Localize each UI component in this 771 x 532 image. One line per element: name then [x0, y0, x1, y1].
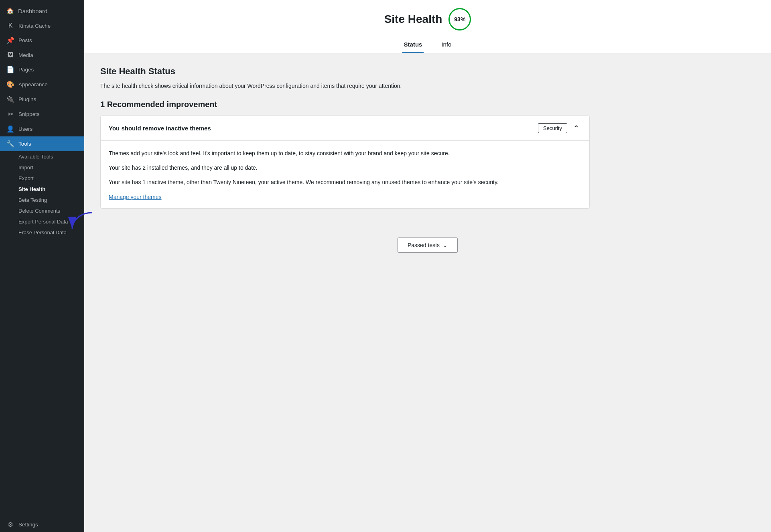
- sidebar-item-label: Appearance: [18, 81, 48, 87]
- page-header: Site Health 93% Status Info: [84, 0, 771, 53]
- security-badge: Security: [538, 123, 567, 133]
- sidebar-item-label: Pages: [18, 67, 34, 73]
- card-title: You should remove inactive themes: [109, 125, 211, 132]
- collapse-button[interactable]: ⌃: [571, 124, 581, 132]
- card-header: You should remove inactive themes Securi…: [101, 116, 589, 141]
- appearance-icon: 🎨: [6, 81, 14, 88]
- submenu-item-erase-personal-data[interactable]: Erase Personal Data: [0, 227, 84, 238]
- passed-tests-button[interactable]: Passed tests ⌄: [398, 238, 458, 253]
- page-title-row: Site Health 93%: [384, 8, 471, 30]
- snippets-icon: ✂: [6, 110, 14, 118]
- tab-info[interactable]: Info: [440, 37, 453, 53]
- submenu-item-export-personal-data[interactable]: Export Personal Data: [0, 216, 84, 227]
- card-paragraph-1: Themes add your site's look and feel. It…: [109, 149, 581, 158]
- card-paragraph-2: Your site has 2 installed themes, and th…: [109, 163, 581, 173]
- submenu-item-delete-comments[interactable]: Delete Comments: [0, 205, 84, 216]
- sidebar: 🏠 Dashboard K Kinsta Cache 📌 Posts 🖼 Med…: [0, 0, 84, 532]
- sidebar-item-label: Media: [18, 52, 33, 58]
- page-title: Site Health: [384, 13, 442, 26]
- tools-icon: 🔧: [6, 140, 14, 148]
- main-content: Site Health 93% Status Info Site Health …: [84, 0, 771, 532]
- card-body: Themes add your site's look and feel. It…: [101, 141, 589, 208]
- sidebar-item-plugins[interactable]: 🔌 Plugins: [0, 92, 84, 107]
- health-score-badge: 93%: [448, 8, 471, 30]
- passed-tests-row: Passed tests ⌄: [84, 229, 771, 269]
- sidebar-item-label: Kinsta Cache: [18, 23, 51, 29]
- manage-themes-link[interactable]: Manage your themes: [109, 194, 162, 200]
- submenu-item-available-tools[interactable]: Available Tools: [0, 151, 84, 162]
- sidebar-item-label: Users: [18, 126, 32, 132]
- card-header-right: Security ⌃: [538, 123, 581, 133]
- sidebar-header: 🏠 Dashboard: [0, 0, 84, 18]
- sidebar-item-label: Settings: [18, 522, 38, 528]
- sidebar-item-label: Snippets: [18, 111, 40, 117]
- sidebar-item-settings[interactable]: ⚙ Settings: [0, 517, 84, 532]
- recommendation-card: You should remove inactive themes Securi…: [100, 116, 590, 208]
- dashboard-icon: 🏠: [6, 7, 14, 14]
- settings-icon: ⚙: [6, 521, 14, 528]
- sidebar-item-kinsta-cache[interactable]: K Kinsta Cache: [0, 18, 84, 33]
- tab-status[interactable]: Status: [402, 37, 424, 53]
- submenu-item-import[interactable]: Import: [0, 162, 84, 173]
- card-paragraph-3: Your site has 1 inactive theme, other th…: [109, 178, 581, 187]
- pages-icon: 📄: [6, 66, 14, 73]
- users-icon: 👤: [6, 125, 14, 133]
- sidebar-item-label: Posts: [18, 37, 32, 43]
- tabs: Status Info: [402, 37, 453, 53]
- media-icon: 🖼: [6, 51, 14, 59]
- plugins-icon: 🔌: [6, 95, 14, 103]
- posts-icon: 📌: [6, 37, 14, 44]
- passed-tests-label: Passed tests: [408, 242, 440, 248]
- submenu-item-export[interactable]: Export: [0, 173, 84, 184]
- sidebar-item-media[interactable]: 🖼 Media: [0, 48, 84, 62]
- section-title: Site Health Status: [100, 66, 590, 77]
- sidebar-item-snippets[interactable]: ✂ Snippets: [0, 107, 84, 122]
- section-description: The site health check shows critical inf…: [100, 81, 590, 90]
- sidebar-item-label: Tools: [18, 141, 31, 147]
- sidebar-item-label: Plugins: [18, 96, 36, 102]
- health-score-value: 93%: [454, 16, 465, 22]
- sidebar-item-pages[interactable]: 📄 Pages: [0, 62, 84, 77]
- content-area: Site Health Status The site health check…: [84, 53, 606, 229]
- tools-submenu: Available Tools Import Export Site Healt…: [0, 151, 84, 238]
- kinsta-cache-icon: K: [6, 22, 14, 29]
- sidebar-item-appearance[interactable]: 🎨 Appearance: [0, 77, 84, 92]
- chevron-down-icon: ⌄: [443, 242, 448, 248]
- submenu-item-site-health[interactable]: Site Health: [0, 184, 84, 195]
- submenu-item-beta-testing[interactable]: Beta Testing: [0, 195, 84, 205]
- recommendation-heading: 1 Recommended improvement: [100, 100, 590, 109]
- dashboard-label: Dashboard: [18, 8, 47, 14]
- sidebar-item-posts[interactable]: 📌 Posts: [0, 33, 84, 48]
- sidebar-item-tools[interactable]: 🔧 Tools: [0, 136, 84, 151]
- sidebar-item-users[interactable]: 👤 Users: [0, 122, 84, 136]
